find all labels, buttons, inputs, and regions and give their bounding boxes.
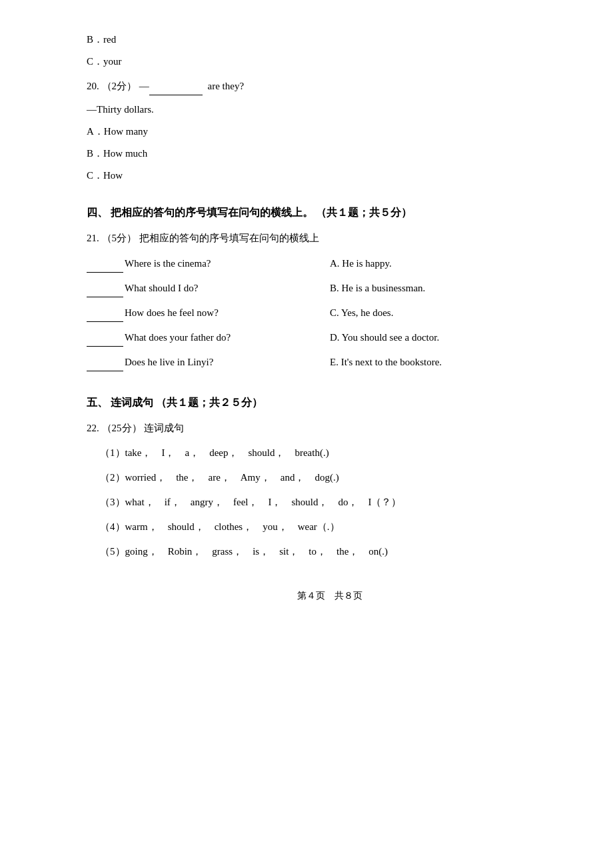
matching-answer-4: D. You should see a doctor. [330, 325, 573, 350]
q22-desc: 连词成句 [144, 423, 184, 433]
sentence-2: （2）worried， the， are， Amy， and， dog(.) [100, 469, 573, 487]
matching-question-5: Does he live in Linyi? [87, 350, 330, 375]
footer-text: 第４页 共８页 [297, 591, 362, 601]
sentence-5: （5）going， Robin， grass， is， sit， to， the… [100, 543, 573, 561]
section5-header: 五、 连词成句 （共１题；共２５分） [87, 393, 573, 413]
matching-table: Where is the cinema?A. He is happy.What … [87, 251, 573, 375]
sentence-block: （1）take， I， a， deep， should， breath(.)（2… [100, 444, 573, 561]
matching-answer-1: A. He is happy. [330, 251, 573, 276]
matching-question-4: What does your father do? [87, 325, 330, 350]
q20-dash: — [139, 81, 149, 91]
sentence-1: （1）take， I， a， deep， should， breath(.) [100, 444, 573, 462]
question-20: 20. （2分） — are they? —Thirty dollars. A．… [87, 77, 573, 185]
q20-blank [149, 95, 203, 95]
q22-label: 22. [87, 423, 99, 433]
q20-optA: A．How many [87, 123, 573, 141]
section4-header: 四、 把相应的答句的序号填写在问句的横线上。 （共１题；共５分） [87, 203, 573, 223]
matching-question-1: Where is the cinema? [87, 251, 330, 276]
matching-answer-2: B. He is a businessman. [330, 276, 573, 301]
q20-optC: C．How [87, 167, 573, 185]
matching-question-3: How does he feel now? [87, 301, 330, 325]
matching-answer-5: E. It's next to the bookstore. [330, 350, 573, 375]
question-22: 22. （25分） 连词成句 （1）take， I， a， deep， shou… [87, 419, 573, 561]
q20-answer: —Thirty dollars. [87, 104, 154, 115]
q20-score: （2分） [102, 81, 137, 91]
q21-label: 21. [87, 233, 99, 243]
q21-desc: 把相应的答句的序号填写在问句的横线上 [139, 233, 319, 243]
q20-rest: are they? [205, 81, 244, 91]
option-b: B．red [87, 31, 573, 49]
matching-question-2: What should I do? [87, 276, 330, 301]
q22-score: （25分） [102, 423, 142, 433]
matching-answer-3: C. Yes, he does. [330, 301, 573, 325]
sentence-3: （3）what， if， angry， feel， I， should， do，… [100, 493, 573, 511]
q20-optB: B．How much [87, 145, 573, 163]
page-footer: 第４页 共８页 [87, 587, 573, 604]
q21-score: （5分） [102, 233, 137, 243]
q20-label: 20. [87, 81, 99, 91]
question-21: 21. （5分） 把相应的答句的序号填写在问句的横线上 Where is the… [87, 229, 573, 375]
option-c: C．your [87, 53, 573, 71]
sentence-4: （4）warm， should， clothes， you， wear（.） [100, 518, 573, 536]
